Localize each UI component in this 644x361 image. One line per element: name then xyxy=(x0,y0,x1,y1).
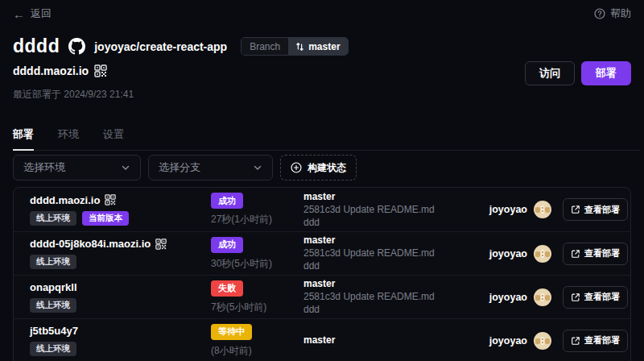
visit-button[interactable]: 访问 xyxy=(525,61,575,85)
avatar xyxy=(534,201,551,218)
qr-code-icon[interactable] xyxy=(94,64,107,77)
branch-select[interactable]: 选择分支 xyxy=(148,155,273,180)
actions-cell: 查看部署 ⋯ xyxy=(563,198,631,221)
chevron-down-icon xyxy=(253,163,262,172)
plus-circle-icon xyxy=(291,162,302,173)
deployment-name-cell: j5tb5u4y7 线上环境 xyxy=(30,325,211,356)
build-status-label: 构建状态 xyxy=(308,161,346,175)
view-deployment-button[interactable]: 查看部署 xyxy=(563,330,628,352)
commit-branch: master xyxy=(303,234,462,247)
domain-link[interactable]: dddd.maozi.io xyxy=(13,64,89,77)
chevron-down-icon xyxy=(121,163,130,172)
deployment-url[interactable]: onapqrkll xyxy=(30,281,77,293)
view-deployment-button[interactable]: 查看部署 xyxy=(563,243,628,265)
author-name: joyoyao xyxy=(489,292,527,303)
commit-note: ddd xyxy=(303,260,462,272)
badge-list: 线上环境 xyxy=(30,342,211,356)
help-label: 帮助 xyxy=(610,6,631,21)
view-deployment-label: 查看部署 xyxy=(584,334,620,346)
commit-branch: master xyxy=(303,191,462,203)
arrow-left-icon: ← xyxy=(13,8,25,20)
status-badge: 失败 xyxy=(211,280,243,297)
view-deployment-label: 查看部署 xyxy=(584,247,620,259)
badge-list: 线上环境 xyxy=(30,298,211,313)
author-cell: joyoyao xyxy=(462,245,563,263)
domain-row: dddd.maozi.io xyxy=(13,64,107,77)
git-compare-icon xyxy=(295,42,304,52)
project-title: dddd xyxy=(13,35,60,57)
branch-badge-label: Branch xyxy=(242,38,288,55)
status-cell: 失败 7秒(5小时前) xyxy=(211,280,303,314)
help-button[interactable]: 帮助 xyxy=(594,6,631,21)
view-deployment-label: 查看部署 xyxy=(584,291,620,303)
filter-bar: 选择环境 选择分支 构建状态 xyxy=(13,155,357,180)
environment-select[interactable]: 选择环境 xyxy=(13,155,141,180)
tab-environment[interactable]: 环境 xyxy=(58,127,79,150)
qr-code-icon[interactable] xyxy=(155,239,167,250)
status-time: (8小时前) xyxy=(211,344,252,358)
avatar xyxy=(534,245,551,263)
view-deployment-button[interactable]: 查看部署 xyxy=(563,286,628,309)
commit-branch: master xyxy=(303,334,462,346)
deployment-name-cell: dddd.maozi.io 线上环境当前版本 xyxy=(30,194,211,226)
topbar: ← 返回 帮助 xyxy=(0,0,644,27)
actions-cell: 查看部署 ⋯ xyxy=(563,330,631,352)
deployments-table: dddd.maozi.io 线上环境当前版本 成功 27秒(1小时前) mast… xyxy=(13,187,631,361)
status-time: 30秒(5小时前) xyxy=(211,257,272,271)
status-time: 27秒(1小时前) xyxy=(211,213,272,226)
github-icon xyxy=(68,38,85,55)
external-link-icon xyxy=(571,293,580,302)
external-link-icon xyxy=(571,249,580,259)
deployment-url[interactable]: j5tb5u4y7 xyxy=(30,325,78,337)
qr-code-icon[interactable] xyxy=(105,194,116,205)
actions-cell: 查看部署 ⋯ xyxy=(563,286,631,309)
view-deployment-label: 查看部署 xyxy=(584,204,620,216)
tab-settings[interactable]: 设置 xyxy=(103,127,124,150)
commit-cell: master xyxy=(303,334,462,346)
back-label: 返回 xyxy=(31,6,52,21)
commit-message: 2581c3d Update README.md xyxy=(303,204,462,216)
commit-branch: master xyxy=(303,278,462,290)
build-status-filter-button[interactable]: 构建状态 xyxy=(280,155,357,180)
view-deployment-button[interactable]: 查看部署 xyxy=(563,198,628,221)
author-name: joyoyao xyxy=(489,204,527,215)
back-button[interactable]: ← 返回 xyxy=(13,6,52,21)
env-badge: 线上环境 xyxy=(30,211,76,226)
avatar xyxy=(534,332,551,350)
deployment-url[interactable]: dddd-05j8ko84i.maozi.io xyxy=(30,238,151,250)
badge-list: 线上环境当前版本 xyxy=(30,211,211,226)
deployment-url[interactable]: dddd.maozi.io xyxy=(30,194,100,206)
author-cell: joyoyao xyxy=(462,332,563,350)
last-deployed-text: 最近部署于 2024/9/23 21:41 xyxy=(13,88,134,102)
commit-message: 2581c3d Update README.md xyxy=(303,291,462,303)
status-badge: 成功 xyxy=(211,237,243,253)
environment-select-placeholder: 选择环境 xyxy=(23,160,65,175)
status-cell: 等待中 (8小时前) xyxy=(211,324,303,358)
project-header: dddd joyoyac/create-react-app Branch mas… xyxy=(13,35,349,57)
author-cell: joyoyao xyxy=(462,201,563,218)
deployment-row: dddd.maozi.io 线上环境当前版本 成功 27秒(1小时前) mast… xyxy=(14,188,630,231)
status-cell: 成功 30秒(5小时前) xyxy=(211,237,303,271)
tab-deployments[interactable]: 部署 xyxy=(13,127,34,150)
commit-note: ddd xyxy=(303,304,462,316)
tab-bar: 部署 环境 设置 xyxy=(13,127,641,151)
deployment-row: onapqrkll 线上环境 失败 7秒(5小时前) master 2581c3… xyxy=(14,275,630,318)
branch-select-placeholder: 选择分支 xyxy=(159,160,200,175)
author-name: joyoyao xyxy=(489,335,527,346)
deployment-name-cell: onapqrkll 线上环境 xyxy=(30,281,211,313)
commit-note: ddd xyxy=(303,217,462,229)
repo-link[interactable]: joyoyac/create-react-app xyxy=(94,40,227,53)
commit-message: 2581c3d Update README.md xyxy=(303,247,462,259)
env-badge: 线上环境 xyxy=(30,342,76,356)
commit-cell: master 2581c3d Update README.md ddd xyxy=(303,234,462,272)
actions-cell: 查看部署 ⋯ xyxy=(563,243,631,265)
env-badge: 当前版本 xyxy=(82,211,129,226)
badge-list: 线上环境 xyxy=(30,255,211,269)
commit-cell: master 2581c3d Update README.md ddd xyxy=(303,191,462,229)
author-cell: joyoyao xyxy=(462,288,563,306)
external-link-icon xyxy=(571,336,580,346)
deploy-button[interactable]: 部署 xyxy=(581,61,631,85)
deployment-row: j5tb5u4y7 线上环境 等待中 (8小时前) master joyoyao xyxy=(14,318,630,361)
deployment-dashboard: ← 返回 帮助 dddd joyoyac/create-react-app Br… xyxy=(0,0,644,361)
deployment-name-cell: dddd-05j8ko84i.maozi.io 线上环境 xyxy=(30,238,211,269)
